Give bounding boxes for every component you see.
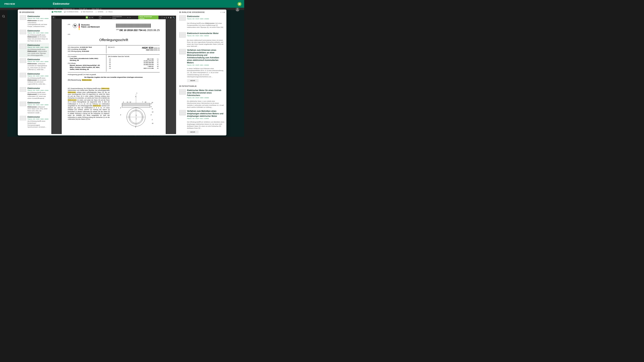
related-thumbnail [179,89,186,94]
svg-text:12: 12 [130,101,131,103]
svg-text:9: 9 [152,108,152,110]
pdf-barcode [116,24,151,28]
pdf-left-biblio: (21) Aktenzeichen: 10 2018 222 734.9 (22… [68,45,106,53]
svg-text:13: 13 [145,101,146,103]
related-title: Verfahren zum Betreiben eines dreiphasig… [187,110,225,117]
zoom-in-button[interactable]: + [130,16,130,18]
svg-text:2: 2 [152,119,152,120]
close-icon [238,3,240,5]
result-title: Elektromotor [28,30,48,32]
zoom-out-button[interactable]: − [110,16,111,18]
result-meta: Patents >DE >H02K >0005 >150000 [28,75,48,77]
similar-header: ÄHNLICHE ERGEBNISSE [178,9,226,14]
search-icon [86,17,88,18]
close-button[interactable] [238,2,242,6]
bg-avatar[interactable] [236,7,240,11]
pdf-page: (19) Deutsches Patent- und Markenamt [62,19,166,134]
header-preview-badge: PREVIEW [4,3,15,5]
result-thumbnail [20,102,26,106]
result-item[interactable]: ElektromotorPatents >DE >H02K >0005 >150… [19,72,49,86]
result-snippet: Die Erfindung betrifft einen Elektromoto… [28,34,48,42]
eye-icon: ▦ [52,11,53,13]
sidebar-toggle-icon[interactable]: ☰ [53,16,54,18]
related-snippet: Bei einem elektronisch kommutierten Moto… [187,39,225,47]
pdf-doc-kind: Offenlegungsschrift [68,38,160,42]
result-item[interactable]: ElektromotorPatents >DE >H02K >0009 >220… [19,29,49,43]
header-title: Elektromotor [53,2,70,5]
download-icon[interactable]: ⬇ [168,16,169,18]
tab-share[interactable]: ⪪ SHARE [95,11,103,13]
pdf-scroll[interactable]: (19) Deutsches Patent- und Markenamt [51,19,176,134]
page-input[interactable] [94,16,98,18]
related-item[interactable]: Verfahren zum Erkennen eines Motorphasen… [178,48,226,67]
tab-comments[interactable]: 💬 KOMMENTARE [64,11,78,13]
find-button[interactable] [86,16,88,18]
more-family-button[interactable]: MEHR [187,131,198,134]
print-icon[interactable]: ⎙ [166,16,167,18]
chevron-down-icon[interactable]: ▾ [128,17,128,18]
svg-rect-41 [179,85,181,86]
result-meta: Patents >DE >H02K >0009 >220000 [28,32,48,34]
more-similar-button[interactable]: MEHR [187,79,198,82]
result-thumbnail [20,30,26,34]
result-meta: Patents >DE >H02K >0007 >080000 [28,104,48,106]
result-item[interactable]: ElektromotorPatents >DE >F04D >0013 >060… [19,14,49,29]
svg-rect-38 [179,11,181,12]
fullscreen-icon[interactable]: ⛶ [161,16,163,18]
results-list[interactable]: ElektromotorPatents >DE >F04D >0013 >060… [18,14,50,135]
zoom-label[interactable]: Automatischer Zoom [112,16,126,19]
related-meta: Patents >DE >H02P >0021 >220000 [187,118,225,119]
result-snippet: Die Erfindung betrifft einen Elektromoto… [28,77,48,85]
related-meta: Patents >DE >H01R >0009 >190000 [187,97,225,98]
svg-text:11: 11 [127,101,128,103]
result-meta: Patents >DE >H02K >0011 >000000 [28,61,48,62]
modal-header: PREVIEW Elektromotor [0,0,244,8]
result-item[interactable]: ElektromotorPatents >DE >H02K >0007 >080… [19,100,49,115]
result-meta: Patents >DE >H02K >0009 >220000 [28,90,48,91]
result-item[interactable]: ElektromotorPatents >DE >H02K >0003 >460… [19,115,49,129]
result-title: Elektromotor [28,44,48,46]
svg-text:2: 2 [123,101,124,103]
open-icon[interactable]: ⎋ [164,16,165,18]
tab-metadata[interactable]: ⊕ METADATEN [81,11,93,13]
page-down-button[interactable]: ▾ [92,16,93,18]
svg-line-8 [87,17,88,18]
svg-rect-39 [179,12,181,12]
tools-icon[interactable]: 🔧 [173,16,175,18]
result-item[interactable]: ElektromotorPatents >DE >H02K >0001 >200… [19,43,49,57]
pagination-dots[interactable] [220,12,225,13]
related-thumbnail [179,32,186,37]
result-title: Elektromotor [28,87,48,89]
result-item[interactable]: ElektromotorPatents >DE >H02K >0009 >220… [19,86,49,100]
pdf-viewer: ☰ ▴ ▾ von 14 − Automatischer Zoom ▾ + Na… [51,15,176,134]
related-title: Elektrischer Motor für einen Antrieb ein… [187,89,225,97]
bookmark-icon[interactable]: ◧ [170,16,172,18]
related-meta: Patents >DE >H02R >0001 >340000 [187,64,225,66]
svg-rect-43 [179,86,181,87]
share-icon: ⪪ [95,11,97,13]
tabs-row: ▦ PREVIEW 💬 KOMMENTARE ⊕ METADATEN ⪪ SHA… [50,9,178,14]
result-meta: Patents >DE >H02K >0001 >200000 [28,46,48,48]
related-item[interactable]: Verfahren zum Betreiben eines dreiphasig… [178,109,226,120]
svg-rect-5 [20,12,21,12]
pdf-designation: (54) Bezeichnung: Elektromotor [68,79,160,81]
tab-tags[interactable]: 🏷 TAGS [106,11,112,13]
pdf-prior-art: (56) Ermittelter Stand der Technik: DE19… [106,55,160,71]
related-item[interactable]: ElektromotorPatents >DE >H01R >0005 >150… [178,14,226,22]
find-input[interactable] [56,16,86,18]
related-thumbnail [179,110,186,115]
related-item[interactable]: Elektronisch kommutierter MotorPatents >… [178,31,226,38]
metadata-icon: ⊕ [81,11,82,13]
related-item[interactable]: Elektrischer Motor für einen Antrieb ein… [178,88,226,99]
svg-text:A: A [136,118,137,120]
related-title: Elektromotor [187,15,225,18]
page-up-button[interactable]: ▴ [90,16,90,18]
preview-modal: ERGEBNISSE ElektromotorPatents >DE >F04D… [18,9,226,135]
result-item[interactable]: ElektromotorPatents >DE >H02K >0011 >000… [19,57,49,72]
svg-text:14: 14 [152,111,154,113]
search-icon [2,15,5,18]
pdf-issuer: Deutsches Patent- und Markenamt [81,24,100,28]
text-passage-button[interactable]: Nach Textpassage suchen [138,15,158,19]
comment-icon: 💬 [64,11,66,13]
tab-preview[interactable]: ▦ PREVIEW [52,11,62,13]
